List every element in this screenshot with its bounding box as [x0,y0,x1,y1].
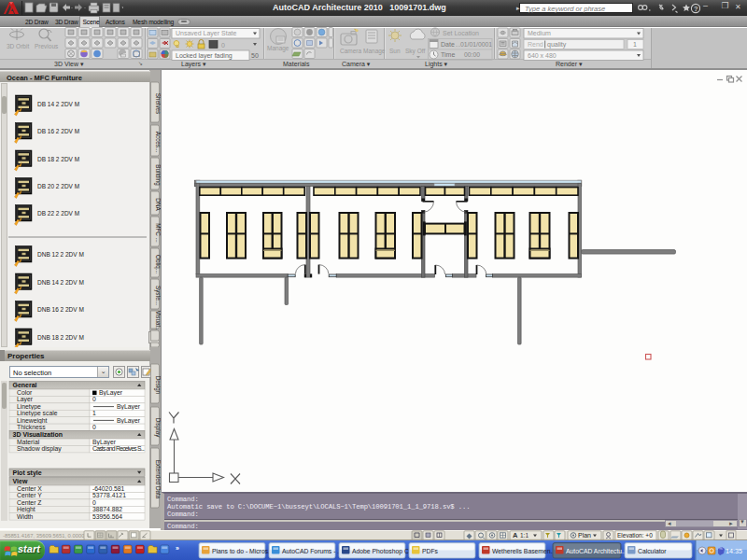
svg-text:Calculator: Calculator [638,548,667,554]
svg-text:38874.882: 38874.882 [92,506,122,512]
svg-text:640 x 480: 640 x 480 [528,51,557,58]
svg-text:53956.564: 53956.564 [92,513,122,520]
svg-text:Obliq...: Obliq... [154,255,162,273]
svg-text:1: 1 [633,41,637,48]
svg-text:0: 0 [92,424,96,430]
svg-text:0: 0 [221,41,225,48]
svg-text:Set Location: Set Location [443,29,479,35]
svg-text:Center Z: Center Z [17,499,41,506]
svg-text:3D Visualization: 3D Visualization [13,431,63,438]
svg-text:Thickness: Thickness [17,424,46,430]
svg-text:Plot style: Plot style [13,469,42,477]
svg-text:DNB 14 2 2DV M: DNB 14 2 2DV M [37,279,84,286]
svg-text:Syste...: Syste... [154,286,162,305]
svg-text:PDFs: PDFs [422,548,439,554]
svg-text:Elevation: +0: Elevation: +0 [617,531,653,538]
svg-text:Color: Color [17,389,33,396]
svg-text:AutoCAD Architectu...: AutoCAD Architectu... [566,548,627,554]
svg-text:Camera: Camera [340,48,362,54]
svg-text:Adobe Photoshop CS3: Adobe Photoshop CS3 [352,548,416,555]
svg-text:General: General [13,382,37,388]
svg-text:14:35: 14:35 [726,547,742,555]
svg-text:DB 14 2 2DV M: DB 14 2 2DV M [37,101,79,107]
svg-text:Center Y: Center Y [17,492,42,498]
svg-text:View: View [13,478,28,484]
svg-text:Display: Display [154,418,162,438]
svg-text:Medium: Medium [528,30,551,36]
svg-text:A: A [513,531,518,539]
svg-text:quality: quality [547,41,567,49]
svg-text:Unsaved Layer State: Unsaved Layer State [176,30,236,37]
svg-text:Manage: Manage [363,48,386,55]
svg-text:Shadow display: Shadow display [17,445,62,453]
svg-text:DB 18 2 2DV M: DB 18 2 2DV M [37,156,79,162]
svg-text:Manage: Manage [267,45,289,52]
svg-text:ByLayer: ByLayer [117,403,141,411]
svg-text:Center X: Center X [17,485,42,492]
svg-text:0: 0 [92,396,96,402]
svg-text:Time: Time [441,51,455,58]
svg-text:DB 22 2 2DV M: DB 22 2 2DV M [37,210,79,217]
svg-text:Casts and Receives S...: Casts and Receives S... [92,445,145,452]
svg-text:?: ? [694,5,698,13]
svg-text:Wetherells Basemen...: Wetherells Basemen... [492,548,556,554]
svg-text:Sun: Sun [389,48,401,54]
svg-text:Date: Date [441,40,455,47]
svg-text:DB 20 2 2DV M: DB 20 2 2DV M [37,183,79,189]
svg-text:AutoCAD Forums - ...: AutoCAD Forums - ... [282,548,343,554]
svg-text:Rend: Rend [528,41,543,48]
svg-text:50: 50 [251,51,259,58]
svg-text:Design: Design [154,376,162,395]
svg-text:Plans to do - Micros...: Plans to do - Micros... [212,548,274,554]
svg-text:1: 1 [92,410,96,416]
svg-text:53778.4121: 53778.4121 [92,492,126,498]
svg-text:Plan: Plan [578,532,591,539]
svg-text:DB 16 2 2DV M: DB 16 2 2DV M [37,128,79,134]
svg-text:ByLayer: ByLayer [117,417,141,425]
svg-text:01/01/0001: 01/01/0001 [460,40,492,47]
svg-text:-64020.581: -64020.581 [92,485,125,492]
svg-text:1:1: 1:1 [520,531,529,538]
svg-text:Building: Building [154,164,162,186]
svg-text:Previous: Previous [35,43,59,49]
svg-text:ByLayer: ByLayer [99,389,123,397]
svg-text:00:00: 00:00 [464,51,480,58]
svg-text:0: 0 [92,499,96,506]
svg-text:Locked layer fading: Locked layer fading [176,51,233,59]
svg-text:3D Orbit: 3D Orbit [7,43,29,49]
svg-text:Width: Width [17,513,34,520]
svg-text:DNB 18 2 2DV M: DNB 18 2 2DV M [37,334,84,341]
svg-text:Sky Off: Sky Off [405,48,425,55]
svg-text:DNB 12 2 2DV M: DNB 12 2 2DV M [37,251,84,258]
svg-text:Material: Material [17,439,40,445]
svg-text:DNB 16 2 2DV M: DNB 16 2 2DV M [37,306,84,313]
